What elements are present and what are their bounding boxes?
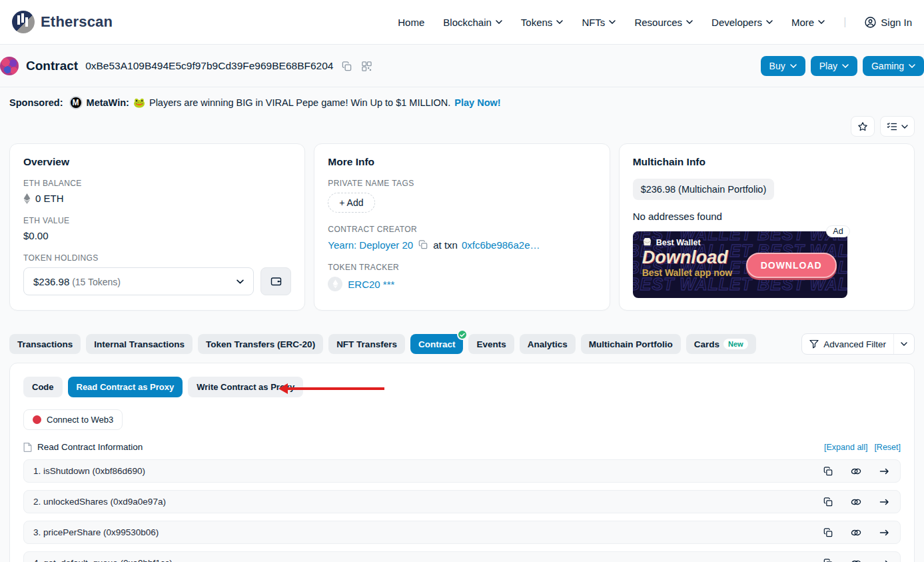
favorite-button[interactable] <box>851 116 875 137</box>
tab-contract[interactable]: Contract <box>410 334 464 354</box>
sponsored-label: Sponsored: <box>9 97 63 108</box>
best-wallet-ad-banner[interactable]: BEST WALLET BEST WALLET BEST WABEST WALL… <box>633 231 847 298</box>
copy-icon <box>823 559 833 562</box>
etherscan-logo-icon <box>12 11 35 33</box>
eth-icon <box>23 193 31 204</box>
play-now-link[interactable]: Play Now! <box>454 97 500 108</box>
etherscan-logo[interactable]: Etherscan <box>12 11 113 33</box>
copy-method-button[interactable] <box>822 527 834 539</box>
chevron-down-icon <box>766 20 773 24</box>
wallet-button[interactable] <box>260 267 291 295</box>
play-button[interactable]: Play <box>811 56 857 76</box>
sponsor-name: MetaWin: <box>87 97 129 108</box>
annotation-arrow <box>287 387 384 390</box>
chevron-down-icon <box>842 64 849 68</box>
subtab-read-contract-as-proxy[interactable]: Read Contract as Proxy <box>68 377 183 397</box>
wallet-icon <box>270 276 282 287</box>
method-link-button[interactable] <box>849 558 863 562</box>
sponsored-banner: Sponsored: M MetaWin: 🐸 Players are winn… <box>9 87 915 112</box>
tab-multichain-portfolio[interactable]: Multichain Portfolio <box>581 334 681 354</box>
ad-download-button[interactable]: DOWNLOAD <box>746 253 837 278</box>
nav-tokens[interactable]: Tokens <box>521 17 564 28</box>
private-name-tags-label: PRIVATE NAME TAGS <box>328 179 596 188</box>
chevron-down-icon <box>790 64 797 68</box>
page-title: Contract <box>26 59 78 73</box>
method-link-button[interactable] <box>849 466 863 477</box>
advanced-filter-button[interactable]: Advanced Filter <box>801 333 915 355</box>
copy-method-button[interactable] <box>822 465 834 477</box>
advanced-filter-caret[interactable] <box>893 334 914 354</box>
nav-developers[interactable]: Developers <box>711 17 773 28</box>
metawin-icon: M <box>69 96 83 109</box>
sponsored-text: Players are winning BIG in VIRAL Pepe ga… <box>149 97 450 108</box>
tab-nft-transfers[interactable]: NFT Transfers <box>328 334 405 354</box>
query-method-button[interactable] <box>878 527 891 538</box>
chevron-down-icon <box>556 20 563 24</box>
chevron-down-icon <box>818 20 825 24</box>
filter-icon <box>809 339 819 349</box>
brand-name: Etherscan <box>41 13 113 31</box>
copy-address-button[interactable] <box>340 60 353 73</box>
nav-nfts[interactable]: NFTs <box>582 17 616 28</box>
copy-icon <box>823 467 833 476</box>
top-nav: Etherscan Home Blockchain Tokens NFTs Re… <box>0 0 924 45</box>
method-link-button[interactable] <box>849 527 863 538</box>
reset-link[interactable]: [Reset] <box>874 443 901 452</box>
copy-method-button[interactable] <box>822 496 834 508</box>
nav-home[interactable]: Home <box>398 17 424 28</box>
tab-internal-transactions[interactable]: Internal Transactions <box>86 334 193 354</box>
add-name-tag-button[interactable]: + Add <box>328 193 374 213</box>
method-row-isShutdown[interactable]: 1. isShutdown (0xbf86d690) <box>23 459 901 483</box>
chevron-down-icon <box>901 125 908 129</box>
contract-subtabs: Code Read Contract as Proxy Write Contra… <box>23 377 901 397</box>
chevron-down-icon <box>909 64 915 68</box>
eth-balance-value: 0 ETH <box>35 193 64 204</box>
tab-token-transfers[interactable]: Token Transfers (ERC-20) <box>198 334 323 354</box>
method-row-unlockedShares[interactable]: 2. unlockedShares (0xd9a0e97a) <box>23 490 901 513</box>
token-holdings-dropdown[interactable]: $236.98 (15 Tokens) <box>23 267 254 295</box>
subtab-code[interactable]: Code <box>23 377 63 397</box>
creator-link[interactable]: Yearn: Deployer 20 <box>328 239 413 251</box>
qr-code-button[interactable] <box>360 60 373 73</box>
nav-more[interactable]: More <box>791 17 825 28</box>
view-options-button[interactable] <box>880 116 915 137</box>
arrow-right-icon <box>879 559 889 562</box>
multichain-portfolio-badge[interactable]: $236.98 (Multichain Portfolio) <box>633 179 775 200</box>
nav-resources[interactable]: Resources <box>634 17 693 28</box>
contract-header-section: Contract 0xBe53A109B494E5c9f97b9Cd39Fe96… <box>0 45 924 87</box>
connect-to-web3-button[interactable]: Connect to Web3 <box>23 409 123 430</box>
tab-transactions[interactable]: Transactions <box>9 334 81 354</box>
copy-icon <box>418 240 428 249</box>
contract-address: 0xBe53A109B494E5c9f97b9Cd39Fe969BE68BF62… <box>85 60 333 72</box>
eth-balance-label: ETH BALANCE <box>23 179 291 188</box>
more-info-title: More Info <box>328 156 596 168</box>
method-link-button[interactable] <box>849 497 863 507</box>
new-badge: New <box>723 339 748 349</box>
tab-events[interactable]: Events <box>468 334 514 354</box>
query-method-button[interactable] <box>878 497 891 507</box>
contract-panel: Code Read Contract as Proxy Write Contra… <box>9 363 915 562</box>
creation-txn-link[interactable]: 0xfc6be986a2e… <box>462 239 540 251</box>
sign-in-button[interactable]: Sign In <box>865 17 912 28</box>
nav-blockchain[interactable]: Blockchain <box>443 17 502 28</box>
contract-identicon <box>0 57 19 75</box>
buy-button[interactable]: Buy <box>761 56 805 76</box>
method-row-pricePerShare[interactable]: 3. pricePerShare (0x99530b06) <box>23 521 901 544</box>
read-contract-info-title: Read Contract Information <box>37 442 143 452</box>
copy-creator-button[interactable] <box>417 239 429 251</box>
token-tracker-link[interactable]: ERC20 *** <box>348 279 394 290</box>
multichain-info-card: Multichain Info $236.98 (Multichain Port… <box>619 143 915 311</box>
expand-all-link[interactable]: [Expand all] <box>824 443 867 452</box>
copy-icon <box>823 497 833 507</box>
page-tools <box>9 112 915 143</box>
copy-icon <box>342 61 352 71</box>
more-info-card: More Info PRIVATE NAME TAGS + Add CONTRA… <box>314 143 610 311</box>
query-method-button[interactable] <box>878 558 891 562</box>
tab-analytics[interactable]: Analytics <box>520 334 576 354</box>
query-method-button[interactable] <box>878 466 891 477</box>
tab-cards[interactable]: Cards New <box>686 334 756 354</box>
gaming-button[interactable]: Gaming <box>863 56 924 76</box>
copy-method-button[interactable] <box>822 557 834 562</box>
method-row-get-default-queue[interactable]: 4. get_default_queue (0xa9bbf1cc) <box>23 551 901 562</box>
token-holdings-label: TOKEN HOLDINGS <box>23 253 291 263</box>
